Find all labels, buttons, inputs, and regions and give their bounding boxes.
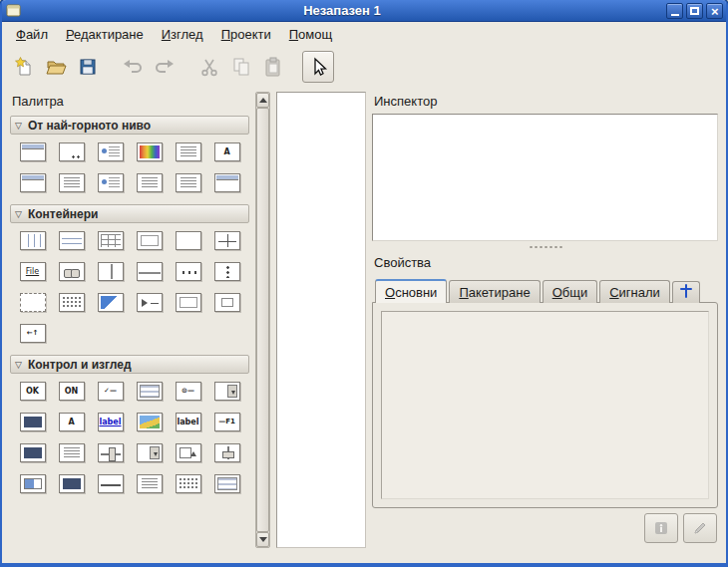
undo-button[interactable] <box>117 51 149 83</box>
palette-item-hscale[interactable] <box>91 442 130 463</box>
palette-item-font-button[interactable]: A <box>52 412 91 432</box>
palette-item-hbox[interactable] <box>52 230 91 251</box>
palette-item-table[interactable] <box>91 230 130 251</box>
save-button[interactable] <box>72 51 104 83</box>
scrollbar-track[interactable] <box>256 108 269 532</box>
palette-item-vbox[interactable] <box>13 230 52 251</box>
design-canvas[interactable] <box>276 92 366 548</box>
palette-item-combo-box-entry[interactable] <box>13 442 52 463</box>
palette-item-handle-box[interactable] <box>13 292 52 313</box>
new-button[interactable] <box>8 51 40 83</box>
palette-item-input-dialog[interactable] <box>13 172 52 193</box>
palette-section-header[interactable]: ▽От най-горното ниво <box>10 116 249 135</box>
menu-item-edit[interactable]: Редактиране <box>57 24 153 45</box>
tab-general[interactable]: Основни <box>375 279 447 303</box>
palette-item-menu[interactable] <box>130 473 169 494</box>
palette-item-spin-button[interactable] <box>169 442 207 463</box>
pane-resize-handle[interactable] <box>372 241 718 253</box>
palette-item-aspect-frame[interactable] <box>207 292 246 313</box>
palette-section-title: От най-горното ниво <box>28 119 151 133</box>
palette-item-button[interactable]: OK <box>13 381 52 402</box>
check-button-glyph-text: ✓— <box>104 388 117 395</box>
edit-button[interactable] <box>683 513 717 543</box>
palette-item-toolbar[interactable] <box>52 261 91 282</box>
palette-item-hseparator[interactable] <box>91 473 130 494</box>
palette-section-header[interactable]: ▽Контейнери <box>10 204 249 223</box>
hbox-icon <box>59 231 85 250</box>
paste-button[interactable] <box>257 51 289 83</box>
palette-item-radio-group[interactable] <box>130 381 169 402</box>
palette-item-scrolled-window[interactable] <box>91 292 130 313</box>
menu-item-projects[interactable]: Проекти <box>212 24 280 45</box>
tab-accessibility[interactable] <box>672 281 700 303</box>
palette-item-about-dialog[interactable]: A <box>207 142 246 162</box>
scroll-up-button[interactable] <box>256 93 269 108</box>
menu-item-help[interactable]: Помощ <box>280 24 341 45</box>
palette-item-icon-view[interactable] <box>169 473 207 494</box>
palette-item-entry[interactable] <box>13 412 52 432</box>
palette-item-vbutton-box[interactable] <box>207 261 246 282</box>
palette-item-progress-bar[interactable] <box>13 473 52 494</box>
message-dialog-icon <box>98 142 124 161</box>
palette-item-font-selection-dialog[interactable] <box>169 142 207 162</box>
palette-item-link-button[interactable]: label <box>91 412 130 432</box>
palette-item-window[interactable] <box>13 142 52 162</box>
palette-item-radio-button[interactable]: ⊙— <box>169 381 207 402</box>
palette-item-message-dialog[interactable] <box>91 142 130 162</box>
palette-item-label[interactable]: label <box>169 412 207 432</box>
palette-item-fixed[interactable] <box>207 230 246 251</box>
palette-item-toggle-button[interactable]: ON <box>52 381 91 402</box>
cut-button[interactable] <box>193 51 225 83</box>
palette-item-statusbar[interactable] <box>52 473 91 494</box>
cut-icon <box>198 56 220 78</box>
palette-item-expander[interactable] <box>130 292 169 313</box>
palette-item-accel-label[interactable]: —F1 <box>207 412 246 432</box>
palette-item-hpaned[interactable] <box>91 261 130 282</box>
tab-signals[interactable]: Сигнали <box>599 280 670 303</box>
tab-packing[interactable]: Пакетиране <box>449 280 540 303</box>
palette-section-header[interactable]: ▽Контрол и изглед <box>10 355 249 374</box>
scroll-down-button[interactable] <box>256 532 269 547</box>
palette-item-file-chooser-dialog[interactable] <box>52 172 91 193</box>
palette-item-menu-bar[interactable]: File <box>13 261 52 282</box>
palette-item-file-chooser-button[interactable] <box>207 381 246 402</box>
palette-item-layout[interactable] <box>52 292 91 313</box>
menu-item-view[interactable]: Изглед <box>153 24 212 45</box>
info-button[interactable] <box>644 513 678 543</box>
palette-item-file-selection[interactable] <box>130 172 169 193</box>
minimize-button[interactable] <box>666 3 683 19</box>
palette-item-alignment[interactable]: ←↑ <box>13 323 52 344</box>
palette-item-hbutton-box[interactable] <box>169 261 207 282</box>
redo-button[interactable] <box>149 51 181 83</box>
palette-item-viewport[interactable] <box>169 292 207 313</box>
properties-title: Свойства <box>372 253 718 275</box>
palette-item-text-view[interactable] <box>52 442 91 463</box>
window-menu-icon[interactable] <box>5 3 21 19</box>
copy-button[interactable] <box>225 51 257 83</box>
fixed-icon <box>214 231 240 250</box>
palette-item-color-selection-dialog[interactable] <box>130 142 169 162</box>
copy-icon <box>230 56 252 78</box>
pointer-button[interactable] <box>302 51 334 83</box>
maximize-button[interactable] <box>686 3 703 19</box>
menu-item-file[interactable]: Файл <box>7 24 57 45</box>
palette-item-check-button[interactable]: ✓— <box>91 381 130 402</box>
palette-item-combo-box[interactable] <box>130 442 169 463</box>
titlebar[interactable]: Незапазен 1 <box>2 0 726 22</box>
undo-icon <box>122 56 144 78</box>
scrollbar-thumb[interactable] <box>256 108 269 532</box>
inspector-tree[interactable] <box>372 114 718 241</box>
palette-item-vscale[interactable] <box>207 442 246 463</box>
palette-item-tree-view[interactable] <box>207 473 246 494</box>
tab-common[interactable]: Общи <box>543 280 598 303</box>
palette-item-frame[interactable] <box>130 230 169 251</box>
palette-item-image[interactable] <box>130 412 169 432</box>
palette-item-assistant[interactable] <box>207 172 246 193</box>
palette-item-notebook[interactable] <box>169 230 207 251</box>
palette-item-recent-chooser-dialog[interactable] <box>91 172 130 193</box>
palette-item-color-selection[interactable] <box>169 172 207 193</box>
palette-item-vpaned[interactable] <box>130 261 169 282</box>
palette-item-dialog[interactable] <box>52 142 91 162</box>
close-button[interactable] <box>706 3 723 19</box>
open-button[interactable] <box>40 51 72 83</box>
